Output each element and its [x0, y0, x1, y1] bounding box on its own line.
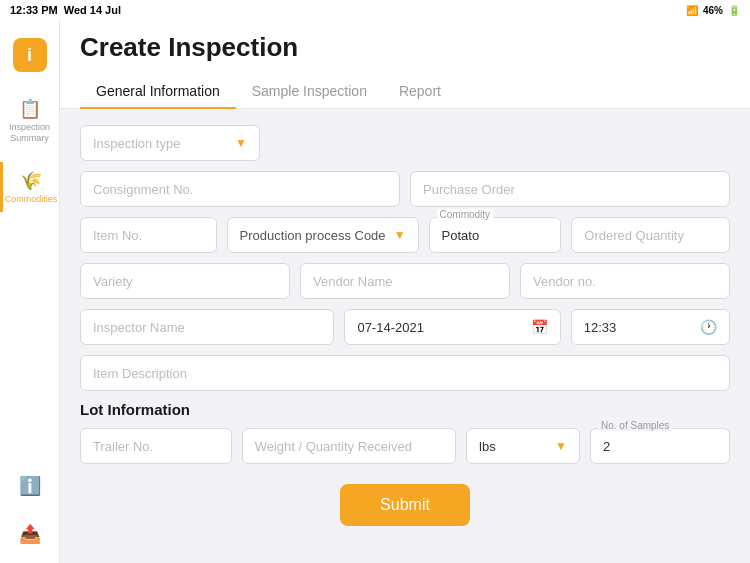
time-input[interactable] — [584, 320, 696, 335]
lot-information-section: Lot Information lbs ▼ No. of Samples — [80, 401, 730, 464]
production-process-code-field[interactable]: Production process Code ▼ — [227, 217, 419, 253]
trailer-no-field[interactable] — [80, 428, 232, 464]
main-header: Create Inspection General Information Sa… — [60, 20, 750, 109]
date-field[interactable]: 📅 — [344, 309, 560, 345]
export-icon: 📤 — [19, 523, 41, 545]
item-description-row — [80, 355, 730, 391]
production-process-code-label: Production process Code — [240, 228, 386, 243]
calendar-icon: 📅 — [531, 319, 548, 335]
commodity-field[interactable] — [429, 217, 562, 253]
inspection-summary-icon: 📋 — [19, 98, 41, 120]
status-time: 12:33 PM — [10, 4, 58, 16]
sidebar: i 📋 Inspection Summary 🌾 Commodities ℹ️ … — [0, 20, 60, 563]
commodities-icon: 🌾 — [20, 170, 42, 192]
inspector-name-input[interactable] — [93, 320, 321, 335]
page-title: Create Inspection — [80, 32, 730, 63]
battery-icon: 🔋 — [728, 5, 740, 16]
consignment-no-input[interactable] — [93, 182, 387, 197]
tab-sample-inspection[interactable]: Sample Inspection — [236, 75, 383, 109]
tab-report[interactable]: Report — [383, 75, 457, 109]
purchase-order-input[interactable] — [423, 182, 717, 197]
clock-icon: 🕐 — [700, 319, 717, 335]
vendor-name-field[interactable] — [300, 263, 510, 299]
lot-info-row: lbs ▼ No. of Samples — [80, 428, 730, 464]
form-area: Inspection type ▼ Production pr — [60, 109, 750, 563]
main-content: Create Inspection General Information Sa… — [60, 20, 750, 563]
app-icon[interactable]: i — [0, 30, 59, 80]
unit-dropdown-arrow: ▼ — [555, 439, 567, 453]
vendor-no-input[interactable] — [533, 274, 717, 289]
no-samples-wrapper: No. of Samples — [590, 428, 730, 464]
item-no-input[interactable] — [93, 228, 204, 243]
no-of-samples-input[interactable] — [603, 439, 717, 454]
item-description-input[interactable] — [93, 366, 717, 381]
sidebar-item-export[interactable]: 📤 — [0, 515, 59, 553]
weight-quantity-field[interactable] — [242, 428, 456, 464]
item-no-field[interactable] — [80, 217, 217, 253]
inspector-date-time-row: 📅 🕐 — [80, 309, 730, 345]
info-icon: ℹ️ — [19, 475, 41, 497]
item-description-field[interactable] — [80, 355, 730, 391]
unit-field[interactable]: lbs ▼ — [466, 428, 580, 464]
no-of-samples-field[interactable] — [590, 428, 730, 464]
submit-button[interactable]: Submit — [340, 484, 470, 526]
inspection-type-field[interactable]: Inspection type ▼ — [80, 125, 260, 161]
variety-input[interactable] — [93, 274, 277, 289]
lot-info-title: Lot Information — [80, 401, 730, 418]
no-samples-label: No. of Samples — [598, 420, 672, 431]
sidebar-item-info[interactable]: ℹ️ — [0, 467, 59, 505]
sidebar-item-inspection-summary-label: Inspection Summary — [4, 122, 55, 144]
wifi-icon: 📶 — [686, 5, 698, 16]
sidebar-item-commodities-label: Commodities — [5, 194, 58, 205]
commodity-wrapper: Commodity — [429, 217, 562, 253]
weight-quantity-input[interactable] — [255, 439, 443, 454]
production-dropdown-arrow: ▼ — [394, 228, 406, 242]
commodity-label: Commodity — [437, 209, 494, 220]
vendor-no-field[interactable] — [520, 263, 730, 299]
consignment-no-field[interactable] — [80, 171, 400, 207]
time-field[interactable]: 🕐 — [571, 309, 730, 345]
inspection-type-dropdown-arrow: ▼ — [235, 136, 247, 150]
unit-value: lbs — [479, 439, 496, 454]
sidebar-item-inspection-summary[interactable]: 📋 Inspection Summary — [0, 90, 59, 152]
app-logo: i — [13, 38, 47, 72]
inspection-type-row: Inspection type ▼ — [80, 125, 730, 161]
tab-general-information[interactable]: General Information — [80, 75, 236, 109]
status-bar: 12:33 PM Wed 14 Jul 📶 46% 🔋 — [0, 0, 750, 20]
battery-level: 46% — [703, 5, 723, 16]
trailer-no-input[interactable] — [93, 439, 219, 454]
vendor-name-input[interactable] — [313, 274, 497, 289]
item-production-commodity-row: Production process Code ▼ Commodity — [80, 217, 730, 253]
consignment-purchase-row — [80, 171, 730, 207]
inspector-name-field[interactable] — [80, 309, 334, 345]
ordered-quantity-input[interactable] — [584, 228, 717, 243]
ordered-quantity-field[interactable] — [571, 217, 730, 253]
status-day: Wed 14 Jul — [64, 4, 121, 16]
variety-vendor-row — [80, 263, 730, 299]
variety-field[interactable] — [80, 263, 290, 299]
purchase-order-field[interactable] — [410, 171, 730, 207]
date-input[interactable] — [357, 320, 526, 335]
inspection-type-label: Inspection type — [93, 136, 180, 151]
commodity-input[interactable] — [442, 228, 549, 243]
tab-bar: General Information Sample Inspection Re… — [80, 75, 730, 108]
sidebar-item-commodities[interactable]: 🌾 Commodities — [0, 162, 59, 213]
